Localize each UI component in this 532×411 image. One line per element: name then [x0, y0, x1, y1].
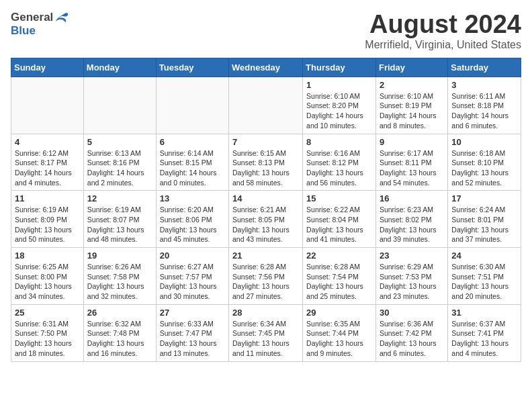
- location-subtitle: Merrifield, Virginia, United States: [365, 39, 521, 51]
- calendar-cell: [11, 77, 84, 134]
- calendar-cell: 17Sunrise: 6:24 AM Sunset: 8:01 PM Dayli…: [448, 191, 521, 248]
- day-number: 20: [160, 250, 225, 261]
- calendar-week-row: 25Sunrise: 6:31 AM Sunset: 7:50 PM Dayli…: [11, 304, 521, 361]
- title-section: August 2024 Merrifield, Virginia, United…: [365, 11, 521, 51]
- day-number: 28: [232, 308, 299, 318]
- day-info: Sunrise: 6:27 AM Sunset: 7:57 PM Dayligh…: [160, 262, 225, 302]
- day-number: 22: [306, 250, 372, 261]
- page-header: General Blue August 2024 Merrifield, Vir…: [11, 11, 521, 51]
- calendar-cell: [229, 77, 303, 134]
- day-info: Sunrise: 6:31 AM Sunset: 7:50 PM Dayligh…: [15, 319, 80, 359]
- weekday-header-thursday: Thursday: [303, 58, 376, 77]
- day-info: Sunrise: 6:20 AM Sunset: 8:06 PM Dayligh…: [160, 205, 225, 244]
- logo-general-text: General: [11, 11, 53, 24]
- day-info: Sunrise: 6:30 AM Sunset: 7:51 PM Dayligh…: [451, 262, 517, 302]
- logo: General Blue: [11, 11, 69, 38]
- calendar-cell: 25Sunrise: 6:31 AM Sunset: 7:50 PM Dayli…: [11, 304, 84, 361]
- weekday-header-monday: Monday: [83, 58, 156, 77]
- day-info: Sunrise: 6:22 AM Sunset: 8:04 PM Dayligh…: [306, 205, 372, 244]
- day-number: 8: [306, 137, 372, 147]
- calendar-cell: 6Sunrise: 6:14 AM Sunset: 8:15 PM Daylig…: [156, 134, 228, 191]
- day-info: Sunrise: 6:23 AM Sunset: 8:02 PM Dayligh…: [380, 205, 444, 244]
- day-number: 19: [87, 250, 152, 261]
- calendar-week-row: 1Sunrise: 6:10 AM Sunset: 8:20 PM Daylig…: [11, 77, 521, 134]
- day-info: Sunrise: 6:19 AM Sunset: 8:07 PM Dayligh…: [87, 205, 152, 244]
- calendar-cell: 8Sunrise: 6:16 AM Sunset: 8:12 PM Daylig…: [303, 134, 376, 191]
- calendar-cell: 24Sunrise: 6:30 AM Sunset: 7:51 PM Dayli…: [448, 248, 521, 305]
- calendar-cell: 7Sunrise: 6:15 AM Sunset: 8:13 PM Daylig…: [229, 134, 303, 191]
- day-info: Sunrise: 6:36 AM Sunset: 7:42 PM Dayligh…: [380, 319, 444, 359]
- weekday-header-sunday: Sunday: [11, 58, 84, 77]
- day-info: Sunrise: 6:35 AM Sunset: 7:44 PM Dayligh…: [306, 319, 372, 359]
- calendar-cell: 3Sunrise: 6:11 AM Sunset: 8:18 PM Daylig…: [448, 77, 521, 134]
- calendar-cell: 18Sunrise: 6:25 AM Sunset: 8:00 PM Dayli…: [11, 248, 84, 305]
- day-info: Sunrise: 6:12 AM Sunset: 8:17 PM Dayligh…: [15, 148, 80, 188]
- day-info: Sunrise: 6:21 AM Sunset: 8:05 PM Dayligh…: [232, 205, 299, 244]
- calendar-cell: 28Sunrise: 6:34 AM Sunset: 7:45 PM Dayli…: [229, 304, 303, 361]
- day-info: Sunrise: 6:14 AM Sunset: 8:15 PM Dayligh…: [160, 148, 225, 188]
- calendar-cell: 16Sunrise: 6:23 AM Sunset: 8:02 PM Dayli…: [375, 191, 447, 248]
- day-info: Sunrise: 6:34 AM Sunset: 7:45 PM Dayligh…: [232, 319, 299, 359]
- calendar-cell: 30Sunrise: 6:36 AM Sunset: 7:42 PM Dayli…: [375, 304, 447, 361]
- day-info: Sunrise: 6:17 AM Sunset: 8:11 PM Dayligh…: [380, 148, 444, 188]
- day-info: Sunrise: 6:10 AM Sunset: 8:20 PM Dayligh…: [306, 91, 372, 131]
- day-info: Sunrise: 6:19 AM Sunset: 8:09 PM Dayligh…: [15, 205, 80, 244]
- calendar-cell: 9Sunrise: 6:17 AM Sunset: 8:11 PM Daylig…: [375, 134, 447, 191]
- day-number: 4: [15, 137, 80, 147]
- day-number: 26: [87, 308, 152, 318]
- calendar-cell: 19Sunrise: 6:26 AM Sunset: 7:58 PM Dayli…: [83, 248, 156, 305]
- calendar-week-row: 11Sunrise: 6:19 AM Sunset: 8:09 PM Dayli…: [11, 191, 521, 248]
- weekday-header-saturday: Saturday: [448, 58, 521, 77]
- day-info: Sunrise: 6:10 AM Sunset: 8:19 PM Dayligh…: [380, 91, 444, 131]
- day-info: Sunrise: 6:37 AM Sunset: 7:41 PM Dayligh…: [451, 319, 517, 359]
- calendar-cell: 5Sunrise: 6:13 AM Sunset: 8:16 PM Daylig…: [83, 134, 156, 191]
- day-info: Sunrise: 6:29 AM Sunset: 7:53 PM Dayligh…: [380, 262, 444, 302]
- day-number: 2: [380, 80, 444, 90]
- weekday-header-friday: Friday: [375, 58, 447, 77]
- day-number: 14: [232, 193, 299, 203]
- day-number: 18: [15, 250, 80, 261]
- day-info: Sunrise: 6:28 AM Sunset: 7:54 PM Dayligh…: [306, 262, 372, 302]
- calendar-cell: [83, 77, 156, 134]
- calendar-cell: 26Sunrise: 6:32 AM Sunset: 7:48 PM Dayli…: [83, 304, 156, 361]
- calendar-cell: [156, 77, 228, 134]
- day-number: 27: [160, 308, 225, 318]
- calendar-cell: 31Sunrise: 6:37 AM Sunset: 7:41 PM Dayli…: [448, 304, 521, 361]
- day-number: 29: [306, 308, 372, 318]
- calendar-cell: 4Sunrise: 6:12 AM Sunset: 8:17 PM Daylig…: [11, 134, 84, 191]
- day-info: Sunrise: 6:32 AM Sunset: 7:48 PM Dayligh…: [87, 319, 152, 359]
- day-info: Sunrise: 6:25 AM Sunset: 8:00 PM Dayligh…: [15, 262, 80, 302]
- calendar-week-row: 4Sunrise: 6:12 AM Sunset: 8:17 PM Daylig…: [11, 134, 521, 191]
- day-number: 31: [451, 308, 517, 318]
- day-number: 11: [15, 193, 80, 203]
- day-number: 5: [87, 137, 152, 147]
- day-number: 12: [87, 193, 152, 203]
- calendar-cell: 20Sunrise: 6:27 AM Sunset: 7:57 PM Dayli…: [156, 248, 228, 305]
- day-info: Sunrise: 6:28 AM Sunset: 7:56 PM Dayligh…: [232, 262, 299, 302]
- logo-bird-icon: [54, 11, 69, 24]
- calendar-cell: 27Sunrise: 6:33 AM Sunset: 7:47 PM Dayli…: [156, 304, 228, 361]
- day-number: 23: [380, 250, 444, 261]
- calendar-header-row: SundayMondayTuesdayWednesdayThursdayFrid…: [11, 58, 521, 77]
- day-number: 25: [15, 308, 80, 318]
- day-number: 9: [380, 137, 444, 147]
- logo-blue-text: Blue: [11, 24, 36, 38]
- day-number: 24: [451, 250, 517, 261]
- day-info: Sunrise: 6:11 AM Sunset: 8:18 PM Dayligh…: [451, 91, 517, 131]
- month-year-title: August 2024: [365, 11, 521, 39]
- calendar-cell: 21Sunrise: 6:28 AM Sunset: 7:56 PM Dayli…: [229, 248, 303, 305]
- day-info: Sunrise: 6:26 AM Sunset: 7:58 PM Dayligh…: [87, 262, 152, 302]
- calendar-cell: 14Sunrise: 6:21 AM Sunset: 8:05 PM Dayli…: [229, 191, 303, 248]
- calendar-table: SundayMondayTuesdayWednesdayThursdayFrid…: [11, 58, 521, 362]
- day-number: 16: [380, 193, 444, 203]
- weekday-header-wednesday: Wednesday: [229, 58, 303, 77]
- calendar-cell: 1Sunrise: 6:10 AM Sunset: 8:20 PM Daylig…: [303, 77, 376, 134]
- day-info: Sunrise: 6:18 AM Sunset: 8:10 PM Dayligh…: [451, 148, 517, 188]
- day-number: 30: [380, 308, 444, 318]
- calendar-cell: 23Sunrise: 6:29 AM Sunset: 7:53 PM Dayli…: [375, 248, 447, 305]
- calendar-cell: 2Sunrise: 6:10 AM Sunset: 8:19 PM Daylig…: [375, 77, 447, 134]
- weekday-header-tuesday: Tuesday: [156, 58, 228, 77]
- day-info: Sunrise: 6:33 AM Sunset: 7:47 PM Dayligh…: [160, 319, 225, 359]
- calendar-cell: 15Sunrise: 6:22 AM Sunset: 8:04 PM Dayli…: [303, 191, 376, 248]
- calendar-cell: 11Sunrise: 6:19 AM Sunset: 8:09 PM Dayli…: [11, 191, 84, 248]
